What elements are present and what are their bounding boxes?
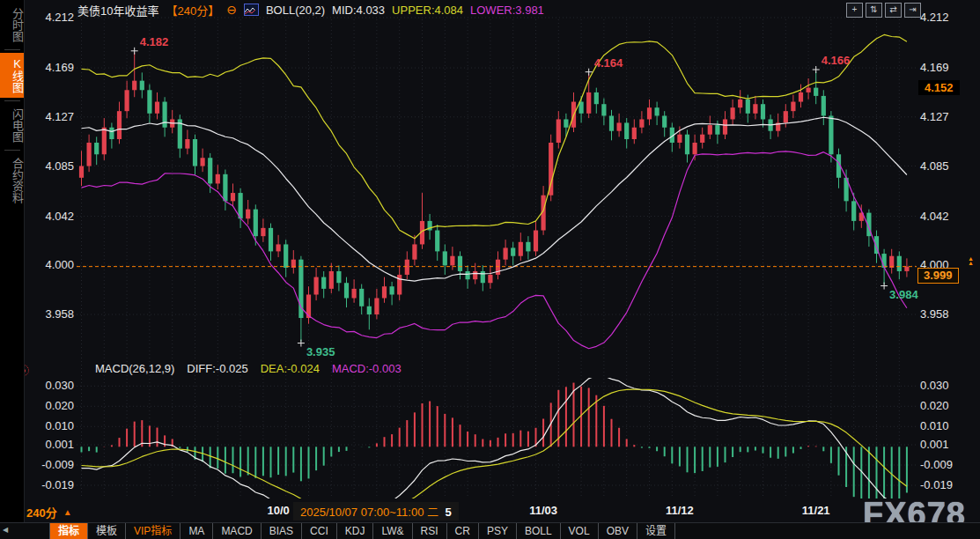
sidebar: 分时图K线图闪电图合约资料	[0, 0, 25, 539]
period-box[interactable]: 240分 ▲	[26, 504, 72, 521]
boll-mid-value: MID:4.033	[332, 4, 385, 17]
date-label: 11/12	[666, 504, 694, 517]
svg-text:3.935: 3.935	[306, 345, 335, 358]
tab-VIP指标[interactable]: VIP指标	[126, 523, 181, 539]
tab-RSI[interactable]: RSI	[413, 523, 447, 539]
price-axis-label-right: 4.042	[920, 210, 949, 224]
macd-axis-label-right: -0.019	[920, 478, 953, 492]
chart-header: 美债10年收益率 【240分】 ⊖ BOLL(20,2) MID:4.033 U…	[77, 2, 544, 18]
boll-lower-value: LOWER:3.981	[470, 4, 544, 17]
tab-MA[interactable]: MA	[181, 523, 213, 539]
macd-histogram	[82, 383, 907, 508]
tab-VOL[interactable]: VOL	[561, 523, 599, 539]
macd-axis-label-right: -0.009	[920, 458, 953, 472]
pan-to-latest-icon[interactable]: ⇥	[904, 3, 921, 18]
sidebar-divider	[4, 150, 20, 151]
tab-OBV[interactable]: OBV	[599, 523, 637, 539]
macd-macd-value: MACD:-0.003	[332, 362, 402, 375]
price-badge-mid: 4.152	[918, 80, 960, 95]
sidebar-divider	[4, 100, 20, 101]
svg-text:3.984: 3.984	[889, 288, 918, 301]
chart-canvas[interactable]: 4.1823.9354.1644.1663.984	[0, 0, 980, 539]
sidebar-item[interactable]: 分时图	[0, 4, 24, 47]
bar-tooltip: 2025/10/07 07:00~11:00 二 5	[293, 502, 459, 521]
tab-CR[interactable]: CR	[447, 523, 479, 539]
symbol-title: 美债10年收益率	[77, 2, 158, 18]
tab-设置[interactable]: 设置	[637, 523, 675, 539]
macd-dea-value: DEA:-0.024	[261, 362, 320, 375]
macd-axis-label-right: 0.001	[920, 438, 949, 452]
sidebar-item[interactable]: K线图	[0, 53, 24, 98]
arrow-up-glyph: ▲	[968, 261, 974, 265]
period-label: 240分	[26, 504, 57, 521]
gridlines	[77, 18, 917, 498]
tabbar-scroll-left-icon[interactable]: ◀	[3, 526, 8, 534]
svg-text:4.164: 4.164	[594, 56, 623, 70]
date-label: 11/21	[802, 504, 830, 517]
collapse-icon[interactable]: ⊖	[226, 4, 237, 16]
tab-模板[interactable]: 模板	[88, 523, 126, 539]
boll-name: BOLL(20,2)	[266, 4, 325, 17]
macd-name: MACD(26,12,9)	[95, 362, 174, 375]
scroll-to-latest-icon[interactable]: ▲ ▲	[968, 256, 974, 265]
macd-lines	[82, 376, 907, 519]
date-label: 10/0	[267, 504, 289, 517]
period-tag: 【240分】	[166, 2, 219, 18]
last-price-badge: 3.999	[917, 268, 959, 284]
tab-BOLL[interactable]: BOLL	[517, 523, 561, 539]
macd-diff-value: DIFF:-0.025	[187, 362, 247, 375]
sidebar-divider	[4, 49, 20, 50]
y-axis-scale-icon[interactable]: ⇅	[866, 3, 882, 18]
tooltip-count: 5	[446, 506, 452, 519]
svg-text:4.182: 4.182	[140, 35, 169, 48]
tabbar: ◀ 指标模板VIP指标MAMACDBIASCCIKDJLW&RSICRPSYBO…	[0, 522, 980, 539]
tab-指标[interactable]: 指标	[49, 523, 88, 539]
svg-text:4.166: 4.166	[822, 54, 851, 67]
chart-icon	[244, 4, 259, 16]
sidebar-item[interactable]: 闪电图	[0, 104, 24, 147]
sidebar-item[interactable]: 合约资料	[0, 153, 24, 208]
period-arrow-icon: ▲	[63, 507, 72, 517]
candles[interactable]	[79, 53, 910, 342]
tab-MACD[interactable]: MACD	[213, 523, 261, 539]
price-axis-label-right: 4.169	[920, 61, 949, 75]
tab-CCI[interactable]: CCI	[302, 523, 337, 539]
price-axis-label-right: 4.212	[920, 11, 949, 25]
crosshair-icon[interactable]: +	[846, 3, 863, 18]
tab-KDJ[interactable]: KDJ	[337, 523, 374, 539]
tab-LW&[interactable]: LW&	[373, 523, 412, 539]
macd-axis-label-right: 0.010	[920, 419, 949, 433]
price-axis-label-right: 3.958	[920, 307, 949, 321]
app-window: 4.1823.9354.1644.1663.984 分时图K线图闪电图合约资料 …	[0, 0, 980, 539]
macd-legend: MACD(26,12,9) DIFF:-0.025 DEA:-0.024 MAC…	[95, 362, 402, 375]
macd-axis-label-right: 0.020	[920, 399, 949, 413]
price-axis-label-right: 4.127	[920, 110, 949, 124]
tab-PSY[interactable]: PSY	[479, 523, 517, 539]
tooltip-datetime: 2025/10/07 07:00~11:00 二	[300, 506, 438, 519]
price-axis-label-right: 4.085	[920, 159, 949, 174]
date-label: 11/03	[529, 504, 557, 517]
price-annotations: 4.1823.9354.1644.1663.984	[131, 35, 919, 358]
boll-upper-value: UPPER:4.084	[392, 4, 463, 17]
bollinger-bands	[82, 34, 907, 348]
x-axis-scale-icon[interactable]: ⇄	[885, 3, 902, 18]
tab-BIAS[interactable]: BIAS	[262, 523, 302, 539]
window-icons: +⇅⇄⇥	[846, 3, 921, 18]
macd-axis-label-right: 0.030	[920, 379, 949, 393]
